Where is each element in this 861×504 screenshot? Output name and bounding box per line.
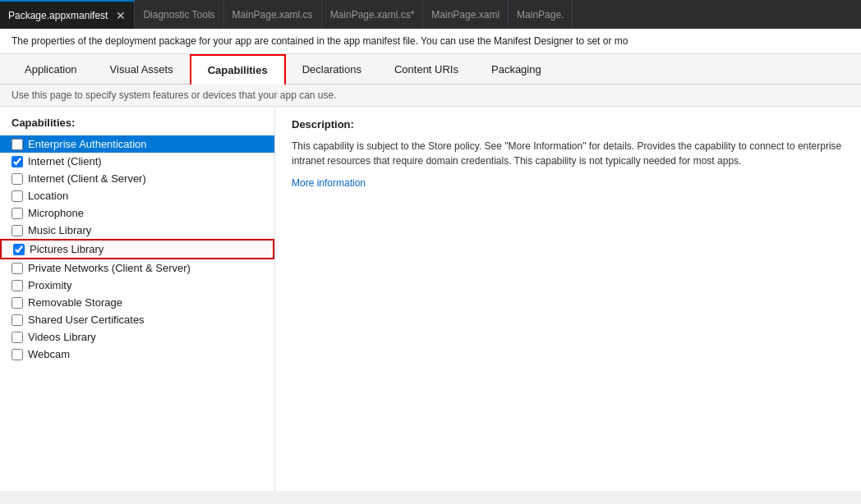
cap-label-internet-client: Internet (Client) [28,155,102,167]
nav-tabs: Application Visual Assets Capabilities D… [0,54,861,85]
cap-item-internet-client[interactable]: Internet (Client) [0,153,274,170]
tab-declarations[interactable]: Declarations [286,54,378,84]
cap-checkbox-internet-client[interactable] [12,156,23,167]
tab-package-close[interactable]: ✕ [116,9,126,22]
tab-mainpage-xaml[interactable]: MainPage.xaml [423,0,509,29]
cap-label-proximity: Proximity [28,279,71,291]
tab-mainpage-tail-label: MainPage. [517,9,564,21]
cap-label-pictures-library: Pictures Library [30,243,104,255]
info-bar-text: The properties of the deployment package… [12,35,628,47]
cap-label-location: Location [28,190,68,202]
tab-mainpage-cs-label: MainPage.xaml.cs [233,9,313,21]
cap-label-private-networks: Private Networks (Client & Server) [28,262,191,274]
subtitle: Use this page to specify system features… [0,85,861,107]
tab-bar: Package.appxmanifest ✕ Diagnostic Tools … [0,0,861,29]
cap-item-enterprise-auth[interactable]: Enterprise Authentication [0,135,274,153]
cap-item-internet-client-server[interactable]: Internet (Client & Server) [0,170,274,187]
cap-checkbox-internet-client-server[interactable] [12,173,23,185]
description-title: Description: [292,118,845,131]
tab-visual-assets[interactable]: Visual Assets [94,54,190,84]
tab-content-uris[interactable]: Content URIs [378,54,475,84]
cap-checkbox-videos-library[interactable] [12,332,23,343]
cap-label-enterprise-auth: Enterprise Authentication [28,138,147,150]
subtitle-text: Use this page to specify system features… [12,89,337,101]
tab-mainpage-cs-mod[interactable]: MainPage.xaml.cs* [322,0,424,29]
cap-label-removable-storage: Removable Storage [28,296,122,309]
cap-label-music-library: Music Library [28,224,91,236]
tab-mainpage-tail[interactable]: MainPage. [509,0,573,29]
tab-package-label: Package.appxmanifest [8,10,108,21]
cap-checkbox-microphone[interactable] [12,208,23,219]
main-content: Capabilities: Enterprise Authentication … [0,107,861,491]
cap-item-music-library[interactable]: Music Library [0,222,274,239]
tab-mainpage-cs-mod-label: MainPage.xaml.cs* [330,9,415,21]
cap-checkbox-shared-user-certs[interactable] [12,314,23,326]
cap-checkbox-location[interactable] [12,190,23,202]
cap-checkbox-pictures-library[interactable] [13,244,25,255]
cap-item-webcam[interactable]: Webcam [0,346,274,363]
cap-label-internet-client-server: Internet (Client & Server) [28,172,146,185]
cap-checkbox-music-library[interactable] [12,225,23,236]
cap-item-microphone[interactable]: Microphone [0,204,274,222]
cap-checkbox-removable-storage[interactable] [12,297,23,309]
info-bar: The properties of the deployment package… [0,29,861,54]
description-text: This capability is subject to the Store … [292,139,845,168]
tab-diagnostic-label: Diagnostic Tools [143,9,214,21]
cap-label-videos-library: Videos Library [28,331,96,343]
tab-packaging[interactable]: Packaging [475,54,558,84]
description-panel: Description: This capability is subject … [275,107,861,491]
tab-capabilities[interactable]: Capabilities [190,54,286,85]
cap-item-shared-user-certs[interactable]: Shared User Certificates [0,311,274,328]
cap-label-microphone: Microphone [28,207,84,219]
cap-checkbox-webcam[interactable] [12,349,23,360]
tab-package[interactable]: Package.appxmanifest ✕ [0,0,135,29]
tab-mainpage-cs[interactable]: MainPage.xaml.cs [224,0,322,29]
cap-item-private-networks[interactable]: Private Networks (Client & Server) [0,259,274,277]
cap-item-pictures-library[interactable]: Pictures Library [0,239,274,259]
capabilities-panel: Capabilities: Enterprise Authentication … [0,107,275,491]
cap-checkbox-private-networks[interactable] [12,263,23,274]
tab-application[interactable]: Application [8,54,94,84]
more-information-link[interactable]: More information [292,177,366,189]
cap-label-shared-user-certs: Shared User Certificates [28,314,145,326]
cap-checkbox-proximity[interactable] [12,280,23,291]
cap-item-location[interactable]: Location [0,187,274,204]
cap-item-videos-library[interactable]: Videos Library [0,328,274,346]
cap-label-webcam: Webcam [28,348,70,360]
cap-item-proximity[interactable]: Proximity [0,277,274,294]
tab-diagnostic[interactable]: Diagnostic Tools [135,0,223,29]
capabilities-title: Capabilities: [0,117,274,135]
cap-checkbox-enterprise-auth[interactable] [12,139,23,150]
cap-item-removable-storage[interactable]: Removable Storage [0,294,274,311]
tab-mainpage-xaml-label: MainPage.xaml [431,9,500,21]
